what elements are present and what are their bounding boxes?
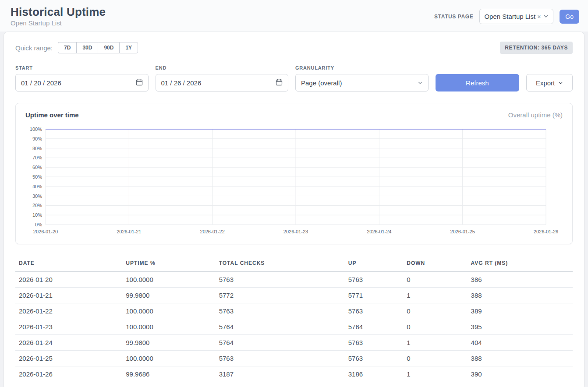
table-cell: 0	[403, 351, 467, 366]
table-cell: 5763	[345, 303, 404, 319]
table-cell: 5772	[216, 288, 345, 303]
table-cell: 5763	[216, 351, 345, 366]
table-row: 2026-01-22100.0000576357630389	[15, 303, 573, 319]
svg-text:80%: 80%	[32, 146, 42, 151]
table-cell: 2026-01-22	[15, 303, 122, 319]
table-cell: 388	[468, 288, 573, 303]
start-date-input[interactable]: 01 / 20 / 2026	[15, 74, 149, 91]
svg-text:2026-01-26: 2026-01-26	[534, 229, 558, 234]
table-cell: 5764	[345, 319, 404, 335]
svg-text:60%: 60%	[32, 165, 42, 170]
table-cell: 100.0000	[122, 351, 215, 366]
column-header: UP	[345, 257, 404, 272]
quick-range-1y-button[interactable]: 1Y	[119, 42, 138, 53]
uptime-table: DATEUPTIME %TOTAL CHECKSUPDOWNAVG RT (MS…	[15, 257, 573, 382]
table-cell: 3187	[216, 366, 345, 382]
table-cell: 0	[403, 303, 467, 319]
svg-text:40%: 40%	[32, 184, 42, 189]
end-date-label: END	[156, 65, 289, 70]
uptime-line-chart: 0%10%20%30%40%50%60%70%80%90%100%2026-01…	[25, 126, 563, 239]
svg-text:90%: 90%	[32, 136, 42, 141]
quick-range-7d-button[interactable]: 7D	[58, 42, 76, 53]
granularity-field: GRANULARITY Page (overall)	[295, 65, 429, 91]
quick-range-30d-button[interactable]: 30D	[76, 42, 98, 53]
chart-header: Uptime over time Overall uptime (%)	[25, 111, 563, 119]
table-cell: 5763	[345, 351, 404, 366]
retention-badge: RETENTION: 365 DAYS	[500, 42, 573, 54]
table-cell: 5763	[216, 303, 345, 319]
table-row: 2026-01-2699.9686318731861390	[15, 366, 573, 382]
chart-title: Uptime over time	[25, 111, 79, 119]
clear-selection-icon[interactable]: ×	[537, 13, 541, 20]
svg-text:100%: 100%	[30, 127, 42, 132]
table-cell: 5764	[216, 319, 345, 335]
column-header: DOWN	[403, 257, 467, 272]
page-header: Historical Uptime Open Startup List STAT…	[0, 0, 588, 32]
table-cell: 388	[468, 351, 573, 366]
quick-range-row: Quick range: 7D 30D 90D 1Y RETENTION: 36…	[15, 42, 573, 54]
column-header: AVG RT (MS)	[468, 257, 573, 272]
table-cell: 100.0000	[122, 303, 215, 319]
chart-legend: Overall uptime (%)	[508, 111, 563, 119]
page-title: Historical Uptime	[11, 5, 106, 18]
svg-text:2026-01-24: 2026-01-24	[367, 229, 391, 234]
title-block: Historical Uptime Open Startup List	[11, 5, 106, 27]
export-button-label: Export	[536, 79, 555, 87]
end-date-input[interactable]: 01 / 26 / 2026	[156, 74, 289, 91]
svg-text:70%: 70%	[32, 155, 42, 160]
svg-text:2026-01-22: 2026-01-22	[200, 229, 225, 234]
table-cell: 1	[403, 335, 467, 351]
table-cell: 1	[403, 288, 467, 303]
chevron-down-icon	[558, 79, 563, 87]
table-cell: 5763	[216, 272, 345, 288]
status-page-selected-value: Open Startup List	[484, 13, 535, 20]
table-cell: 3186	[345, 366, 404, 382]
svg-text:20%: 20%	[32, 203, 42, 208]
quick-range-90d-button[interactable]: 90D	[98, 42, 119, 53]
table-cell: 5771	[345, 288, 404, 303]
table-row: 2026-01-2199.9800577257711388	[15, 288, 573, 303]
table-cell: 2026-01-23	[15, 319, 122, 335]
table-cell: 2026-01-25	[15, 351, 122, 366]
table-row: 2026-01-20100.0000576357630386	[15, 272, 573, 288]
table-row: 2026-01-2499.9800576457631404	[15, 335, 573, 351]
start-date-value: 01 / 20 / 2026	[21, 79, 61, 87]
table-cell: 395	[468, 319, 573, 335]
table-header: DATEUPTIME %TOTAL CHECKSUPDOWNAVG RT (MS…	[15, 257, 573, 272]
calendar-icon[interactable]	[136, 79, 143, 87]
svg-text:0%: 0%	[35, 222, 42, 227]
quick-range-group: 7D 30D 90D 1Y	[58, 42, 138, 53]
table-row: 2026-01-23100.0000576457640395	[15, 319, 573, 335]
export-button[interactable]: Export	[526, 74, 573, 91]
chevron-down-icon	[543, 13, 549, 20]
refresh-button[interactable]: Refresh	[436, 74, 520, 91]
go-button[interactable]: Go	[560, 10, 579, 24]
quick-range-label: Quick range:	[15, 44, 53, 52]
start-date-label: START	[15, 65, 149, 70]
table-cell: 99.9800	[122, 335, 215, 351]
status-page-select[interactable]: Open Startup List ×	[479, 9, 553, 24]
granularity-select[interactable]: Page (overall)	[295, 74, 429, 91]
table-cell: 100.0000	[122, 272, 215, 288]
calendar-icon[interactable]	[276, 79, 283, 87]
table-cell: 1	[403, 366, 467, 382]
table-cell: 2026-01-26	[15, 366, 122, 382]
table-cell: 0	[403, 272, 467, 288]
table-cell: 389	[468, 303, 573, 319]
table-cell: 5764	[216, 335, 345, 351]
table-cell: 5763	[345, 335, 404, 351]
table-cell: 0	[403, 319, 467, 335]
main-card: Quick range: 7D 30D 90D 1Y RETENTION: 36…	[4, 32, 584, 387]
svg-text:2026-01-20: 2026-01-20	[33, 229, 58, 234]
table-cell: 404	[468, 335, 573, 351]
column-header: UPTIME %	[122, 257, 215, 272]
start-date-field: START 01 / 20 / 2026	[15, 65, 149, 91]
column-header: DATE	[15, 257, 122, 272]
granularity-label: GRANULARITY	[295, 65, 429, 70]
table-cell: 99.9800	[122, 288, 215, 303]
column-header: TOTAL CHECKS	[216, 257, 345, 272]
controls-row: START 01 / 20 / 2026 END 01 / 26 / 2026 …	[15, 65, 573, 91]
svg-text:50%: 50%	[32, 174, 42, 179]
header-actions: STATUS PAGE Open Startup List × Go	[434, 5, 579, 24]
svg-text:2026-01-21: 2026-01-21	[117, 229, 141, 234]
